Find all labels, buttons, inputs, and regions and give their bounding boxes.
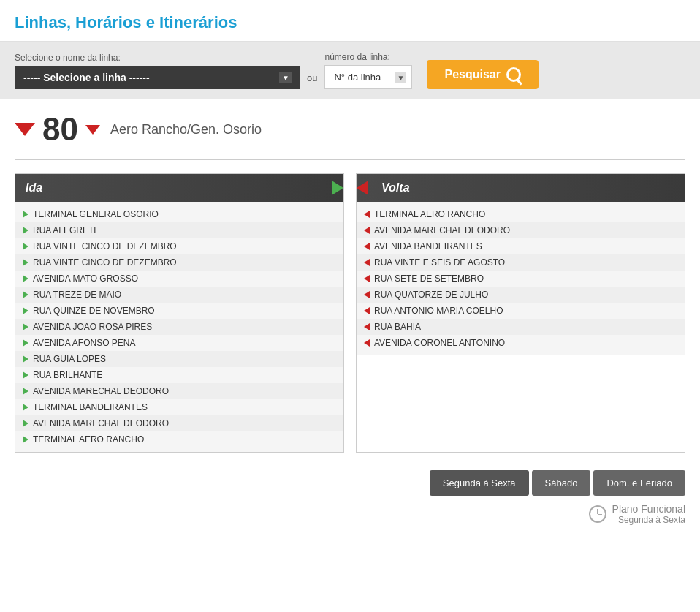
red-arrow-icon — [364, 307, 370, 314]
line-select[interactable]: ----- Selecione a linha ------ — [15, 66, 300, 89]
route-small-arrow-icon — [85, 125, 100, 135]
clock-icon — [589, 505, 606, 523]
line-select-wrapper: ----- Selecione a linha ------ — [15, 66, 300, 89]
red-arrow-icon — [364, 211, 370, 218]
list-item: RUA SETE DE SETEMBRO — [357, 271, 685, 287]
line-name-label: Selecione o nome da linha: — [15, 53, 300, 63]
green-arrow-icon — [23, 227, 28, 234]
volta-header: Volta — [357, 174, 685, 202]
green-arrow-icon — [23, 307, 28, 314]
list-item: TERMINAL GENERAL OSORIO — [15, 206, 343, 222]
volta-header-label: Volta — [381, 181, 410, 194]
search-button[interactable]: Pesquisar — [427, 60, 538, 89]
route-name: Aero Rancho/Gen. Osorio — [110, 122, 262, 137]
page-title: Linhas, Horários e Itinerários — [15, 13, 685, 32]
red-arrow-icon — [364, 275, 370, 282]
red-arrow-icon — [364, 291, 370, 298]
volta-arrow-icon — [357, 181, 368, 195]
day-button[interactable]: Sábado — [532, 470, 591, 496]
green-arrow-icon — [23, 388, 28, 395]
green-arrow-icon — [23, 259, 28, 266]
list-item: TERMINAL AERO RANCHO — [357, 206, 685, 222]
list-item: TERMINAL BANDEIRANTES — [15, 399, 343, 415]
red-arrow-icon — [364, 339, 370, 347]
ida-header: Ida — [15, 174, 343, 202]
day-button[interactable]: Dom. e Feriado — [593, 470, 685, 496]
green-arrow-icon — [23, 404, 28, 411]
list-item: RUA VINTE CINCO DE DEZEMBRO — [15, 254, 343, 271]
ida-header-label: Ida — [26, 181, 42, 194]
green-arrow-icon — [23, 323, 28, 330]
red-arrow-icon — [364, 323, 370, 330]
list-item: RUA QUINZE DE NOVEMBRO — [15, 303, 343, 319]
red-arrow-icon — [364, 227, 370, 234]
list-item: TERMINAL AERO RANCHO — [15, 431, 343, 447]
plan-info: Plano Funcional Segunda à Sexta — [589, 503, 685, 525]
list-item: RUA VINTE CINCO DE DEZEMBRO — [15, 238, 343, 254]
red-arrow-icon — [364, 243, 370, 250]
ida-stop-list: TERMINAL GENERAL OSORIORUA ALEGRETERUA V… — [15, 202, 343, 452]
green-arrow-icon — [23, 339, 28, 347]
ou-text: ou — [307, 72, 317, 89]
day-button[interactable]: Segunda à Sexta — [430, 470, 529, 496]
line-number-select[interactable]: N° da linha — [324, 65, 412, 89]
list-item: AVENIDA MATO GROSSO — [15, 271, 343, 287]
green-arrow-icon — [23, 371, 28, 379]
route-divider — [15, 159, 685, 160]
list-item: RUA GUIA LOPES — [15, 351, 343, 367]
line-name-group: Selecione o nome da linha: ----- Selecio… — [15, 53, 300, 89]
red-arrow-icon — [364, 259, 370, 266]
green-arrow-icon — [23, 420, 28, 427]
list-item: AVENIDA JOAO ROSA PIRES — [15, 319, 343, 335]
plan-title: Plano Funcional — [612, 503, 685, 515]
list-item: AVENIDA AFONSO PENA — [15, 335, 343, 351]
green-arrow-icon — [23, 436, 28, 443]
green-arrow-icon — [23, 211, 28, 218]
route-tables: Ida TERMINAL GENERAL OSORIORUA ALEGRETER… — [0, 166, 700, 460]
list-item: RUA TREZE DE MAIO — [15, 287, 343, 303]
line-number-select-wrapper: N° da linha — [324, 65, 412, 89]
ida-arrow-icon — [332, 181, 343, 195]
volta-stop-list: TERMINAL AERO RANCHOAVENIDA MARECHAL DEO… — [357, 202, 685, 355]
list-item: RUA ALEGRETE — [15, 222, 343, 238]
route-section: 80 Aero Rancho/Gen. Osorio — [0, 99, 700, 154]
page-header: Linhas, Horários e Itinerários — [0, 0, 700, 42]
list-item: AVENIDA MARECHAL DEODORO — [15, 383, 343, 399]
bottom-section: Segunda à SextaSábadoDom. e Feriado Plan… — [0, 460, 700, 535]
route-arrow-icon — [15, 123, 35, 136]
line-number-group: número da linha: N° da linha — [324, 52, 412, 89]
line-number-label: número da linha: — [324, 52, 412, 62]
list-item: RUA VINTE E SEIS DE AGOSTO — [357, 254, 685, 271]
green-arrow-icon — [23, 291, 28, 298]
search-section: Selecione o nome da linha: ----- Selecio… — [0, 42, 700, 99]
green-arrow-icon — [23, 243, 28, 250]
list-item: RUA QUATORZE DE JULHO — [357, 287, 685, 303]
search-button-label: Pesquisar — [444, 68, 500, 81]
list-item: AVENIDA MARECHAL DEODORO — [357, 222, 685, 238]
list-item: RUA BAHIA — [357, 319, 685, 335]
list-item: RUA BRILHANTE — [15, 367, 343, 383]
plan-subtitle: Segunda à Sexta — [612, 515, 685, 525]
volta-table: Volta TERMINAL AERO RANCHOAVENIDA MARECH… — [356, 173, 685, 453]
list-item: AVENIDA BANDEIRANTES — [357, 238, 685, 254]
plan-text: Plano Funcional Segunda à Sexta — [612, 503, 685, 525]
ida-table: Ida TERMINAL GENERAL OSORIORUA ALEGRETER… — [15, 173, 344, 453]
route-number: 80 — [42, 111, 78, 148]
green-arrow-icon — [23, 275, 28, 282]
list-item: AVENIDA CORONEL ANTONINO — [357, 335, 685, 351]
page-wrapper: Linhas, Horários e Itinerários Selecione… — [0, 0, 700, 612]
search-icon — [506, 67, 521, 82]
list-item: RUA ANTONIO MARIA COELHO — [357, 303, 685, 319]
list-item: AVENIDA MARECHAL DEODORO — [15, 415, 343, 431]
green-arrow-icon — [23, 355, 28, 363]
day-buttons: Segunda à SextaSábadoDom. e Feriado — [430, 470, 685, 496]
